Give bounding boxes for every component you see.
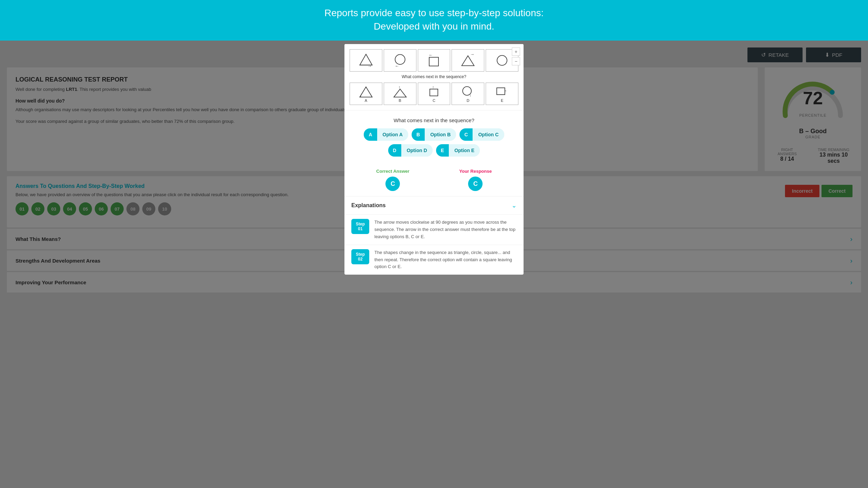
option-c-button[interactable]: C Option C bbox=[459, 128, 504, 141]
svg-rect-16 bbox=[430, 89, 438, 96]
correct-answer-bubble: C bbox=[385, 177, 400, 191]
answer-display: Correct Answer C Your Response C bbox=[344, 163, 524, 196]
svg-marker-7 bbox=[462, 56, 474, 66]
sequence-container: → ← ← bbox=[344, 44, 524, 110]
seq-answer-e[interactable]: ↑ E bbox=[486, 83, 518, 105]
banner-text-line2: Developed with you in mind. bbox=[374, 21, 494, 32]
zoom-out-button[interactable]: − bbox=[512, 57, 520, 65]
modal-overlay: → ← ← bbox=[0, 41, 868, 488]
option-e-button[interactable]: E Option E bbox=[436, 144, 480, 157]
svg-text:→: → bbox=[470, 53, 475, 57]
question-text: What comes next in the sequence? bbox=[351, 117, 517, 123]
zoom-in-button[interactable]: + bbox=[512, 47, 520, 56]
question-modal: → ← ← bbox=[344, 44, 524, 275]
svg-marker-1 bbox=[360, 54, 372, 65]
svg-text:←: ← bbox=[395, 64, 399, 68]
svg-marker-11 bbox=[360, 87, 372, 97]
option-e-label: Option E bbox=[449, 144, 480, 157]
seq-answer-d[interactable]: ↓ D bbox=[452, 83, 484, 105]
sequence-answers-row: ↓ A ↑ B ↑ bbox=[350, 83, 518, 105]
sequence-question-label: What comes next in the sequence? bbox=[350, 74, 518, 79]
options-grid: A Option A B Option B C Option C D Optio… bbox=[351, 128, 517, 157]
explanation-step-1: Step 01 The arrow moves clockwise at 90 … bbox=[344, 214, 524, 244]
option-b-letter: B bbox=[412, 128, 425, 141]
chevron-down-icon: ⌄ bbox=[512, 202, 517, 209]
top-banner: Reports provide easy to use step-by-step… bbox=[0, 0, 868, 41]
your-response-col: Your Response C bbox=[459, 169, 492, 191]
explanations-header[interactable]: Explanations ⌄ bbox=[344, 196, 524, 214]
seq-answer-b[interactable]: ↑ B bbox=[384, 83, 416, 105]
option-e-letter: E bbox=[436, 144, 449, 157]
svg-point-3 bbox=[395, 55, 405, 65]
option-b-button[interactable]: B Option B bbox=[412, 128, 456, 141]
svg-text:↑: ↑ bbox=[505, 89, 507, 93]
seq-cell-1: → bbox=[350, 49, 382, 72]
explanation-step-2: Step 02 The shapes change in the sequenc… bbox=[344, 245, 524, 275]
svg-rect-6 bbox=[429, 57, 438, 66]
banner-text-line1: Reports provide easy to use step-by-step… bbox=[324, 8, 544, 18]
svg-marker-14 bbox=[394, 89, 406, 97]
seq-answer-c[interactable]: ↑ C bbox=[418, 83, 451, 105]
modal-question-section: What comes next in the sequence? A Optio… bbox=[344, 110, 524, 163]
seq-cell-2: ← bbox=[384, 49, 416, 72]
svg-text:→: → bbox=[368, 64, 372, 68]
option-a-button[interactable]: A Option A bbox=[364, 128, 408, 141]
svg-text:↑: ↑ bbox=[399, 85, 400, 89]
seq-answer-a[interactable]: ↓ A bbox=[350, 83, 382, 105]
explanations-title: Explanations bbox=[351, 202, 386, 209]
sequence-top-row: → ← ← bbox=[350, 49, 518, 72]
svg-text:↓: ↓ bbox=[360, 94, 361, 98]
option-d-letter: D bbox=[388, 144, 401, 157]
your-response-label: Your Response bbox=[459, 169, 492, 174]
correct-answer-col: Correct Answer C bbox=[376, 169, 409, 191]
svg-rect-19 bbox=[497, 88, 505, 95]
correct-answer-label: Correct Answer bbox=[376, 169, 409, 174]
zoom-controls: + − bbox=[512, 47, 520, 65]
option-c-letter: C bbox=[459, 128, 473, 141]
option-a-label: Option A bbox=[377, 128, 409, 141]
seq-cell-3: ← bbox=[418, 49, 451, 72]
option-b-label: Option B bbox=[425, 128, 456, 141]
your-response-bubble: C bbox=[468, 177, 483, 191]
option-d-label: Option D bbox=[401, 144, 433, 157]
svg-text:↑: ↑ bbox=[432, 85, 434, 89]
option-d-button[interactable]: D Option D bbox=[388, 144, 433, 157]
step-2-badge: Step 02 bbox=[351, 249, 369, 264]
seq-cell-4: → bbox=[452, 49, 484, 72]
svg-text:←: ← bbox=[429, 53, 433, 57]
option-a-letter: A bbox=[364, 128, 377, 141]
step-1-badge: Step 01 bbox=[351, 219, 369, 234]
step-1-text: The arrow moves clockwise at 90 degrees … bbox=[374, 219, 517, 240]
svg-point-9 bbox=[497, 55, 507, 65]
option-c-label: Option C bbox=[473, 128, 504, 141]
svg-text:↓: ↓ bbox=[469, 93, 471, 97]
step-2-text: The shapes change in the sequence as tri… bbox=[374, 249, 517, 270]
